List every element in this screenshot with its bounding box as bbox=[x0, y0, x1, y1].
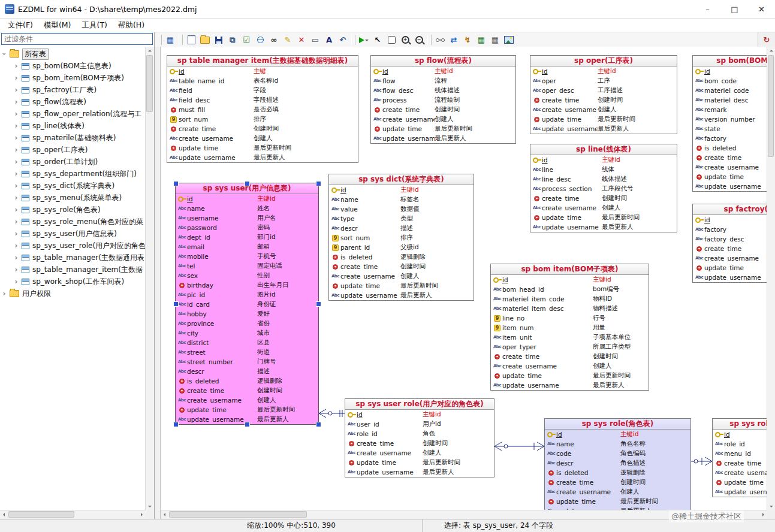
table-manager-icon[interactable]: ▦ bbox=[164, 34, 177, 46]
chevron-right-icon[interactable] bbox=[12, 122, 20, 129]
export-icon[interactable]: ⇄ bbox=[447, 34, 460, 46]
field-row-id[interactable]: id主键 bbox=[167, 66, 358, 76]
field-row-street_number[interactable]: street_number门牌号 bbox=[176, 357, 318, 367]
field-row-create_username[interactable]: create_username创建人 bbox=[530, 105, 677, 114]
field-row-materiel_item_code[interactable]: materiel_item_code物料ID bbox=[491, 294, 649, 304]
entity-sp_sys_user[interactable]: sp sys user(用户信息表)id主键idname姓名username用户… bbox=[175, 183, 319, 425]
tree-item-17[interactable]: sp_table_manager_item(主数据 bbox=[0, 264, 146, 276]
tree-item-2[interactable]: sp_factroy(工厂表) bbox=[0, 84, 146, 96]
field-row-create_time[interactable]: create_time创建时间 bbox=[176, 386, 318, 395]
entity-sp_factroy[interactable]: sp factroy(工厂表)idfactoryfactory_desccrea… bbox=[692, 204, 767, 283]
scroll-thumb[interactable] bbox=[768, 55, 774, 157]
tree-item-11[interactable]: sp_sys_menu(系统菜单表) bbox=[0, 192, 146, 204]
field-row-mobile[interactable]: mobile手机号 bbox=[176, 252, 318, 261]
field-row-create_username[interactable]: create_username创建人 bbox=[329, 271, 474, 281]
zoom-in-icon[interactable]: + bbox=[399, 34, 412, 46]
selection-handle[interactable] bbox=[173, 422, 179, 427]
field-row-role_id[interactable]: role_id角色 bbox=[345, 429, 494, 439]
frame-icon[interactable]: ▭ bbox=[309, 34, 322, 46]
field-row-create_username[interactable]: create_username bbox=[713, 468, 767, 477]
tree-horizontal-scrollbar[interactable] bbox=[0, 510, 146, 519]
field-row-update_time[interactable]: update_time最后更新时间 bbox=[491, 371, 649, 380]
tree-item-8[interactable]: sp_order(工单计划) bbox=[0, 156, 146, 168]
field-row-update_time[interactable]: update_time最后更新时间 bbox=[329, 281, 474, 291]
zoom-out-icon[interactable]: − bbox=[412, 34, 426, 46]
field-row-bom_code[interactable]: bom_code bbox=[693, 76, 767, 86]
field-row-update_username[interactable]: update_username bbox=[713, 487, 767, 497]
field-row-update_username[interactable]: update_username最后更新人 bbox=[329, 291, 474, 300]
field-row-create_username[interactable]: create_username创建人 bbox=[176, 395, 318, 405]
tree-item-0[interactable]: sp_bom(BOM主信息表) bbox=[0, 60, 146, 72]
chevron-right-icon[interactable] bbox=[12, 146, 20, 153]
field-row-menu_id[interactable]: menu_id bbox=[713, 449, 767, 458]
scroll-up-button[interactable] bbox=[146, 47, 154, 55]
entity-sp_sys_role[interactable]: sp sys role(角色表)id主键idname角色名称code角色编码de… bbox=[544, 418, 691, 510]
field-row-street[interactable]: street街道 bbox=[176, 347, 318, 357]
field-row-id[interactable]: id主键id bbox=[329, 185, 474, 195]
field-row-create_username[interactable]: create_username创建人 bbox=[530, 203, 677, 213]
new-model-icon[interactable] bbox=[185, 34, 198, 46]
chevron-right-icon[interactable] bbox=[12, 278, 20, 285]
tree-item-5[interactable]: sp_line(线体表) bbox=[0, 120, 146, 132]
menu-item-2[interactable]: 工具(T) bbox=[77, 19, 113, 32]
field-row-create_username[interactable]: create_username创建人 bbox=[167, 134, 358, 143]
field-row-create_username[interactable]: create_username创建人 bbox=[345, 448, 494, 458]
field-row-pic_id[interactable]: pic_id图片id bbox=[176, 290, 318, 300]
close-button[interactable]: ✕ bbox=[748, 0, 775, 18]
field-row-remark[interactable]: remark bbox=[693, 105, 767, 114]
field-row-dept_id[interactable]: dept_id部门id bbox=[176, 232, 318, 242]
entity-sp_line[interactable]: sp line(线体表)id主键idline线体line_desc线体描述pro… bbox=[530, 144, 677, 232]
field-row-descr[interactable]: descr描述 bbox=[176, 367, 318, 376]
chevron-right-icon[interactable] bbox=[12, 86, 20, 93]
field-row-table_name_id[interactable]: table_name_id表名称id bbox=[167, 76, 358, 86]
field-row-is_deleted[interactable]: is_deleted逻辑删除 bbox=[329, 252, 474, 262]
field-row-factory[interactable]: factory bbox=[693, 134, 767, 143]
field-row-id[interactable]: id主键id bbox=[491, 275, 649, 285]
field-row-id[interactable]: id主键id bbox=[545, 430, 690, 439]
field-row-name[interactable]: name姓名 bbox=[176, 204, 318, 213]
selection-handle[interactable] bbox=[316, 301, 321, 307]
field-row-materiel_code[interactable]: materiel_code bbox=[693, 86, 767, 95]
field-row-create_time[interactable]: create_time创建时间 bbox=[530, 194, 677, 203]
chevron-right-icon[interactable] bbox=[12, 194, 20, 201]
chevron-right-icon[interactable] bbox=[12, 62, 20, 69]
field-row-role_id[interactable]: role_id bbox=[713, 439, 767, 449]
field-row-item_num[interactable]: item_num用量 bbox=[491, 323, 649, 332]
field-row-sort_num[interactable]: sort_num排序 bbox=[167, 114, 358, 124]
field-row-id[interactable]: id bbox=[693, 66, 767, 76]
globe-icon[interactable] bbox=[254, 34, 267, 46]
field-row-update_time[interactable]: update_time bbox=[693, 263, 767, 273]
menu-item-1[interactable]: 模型(M) bbox=[38, 19, 77, 32]
field-row-is_deleted[interactable]: is_deleted逻辑删除 bbox=[176, 376, 318, 386]
field-row-field[interactable]: field字段 bbox=[167, 86, 358, 95]
entity-sp_bom[interactable]: sp bom(BOM主信息表)idbom_codemateriel_codema… bbox=[692, 55, 767, 192]
chevron-right-icon[interactable] bbox=[0, 290, 8, 297]
selection-handle[interactable] bbox=[173, 301, 179, 307]
run-icon[interactable] bbox=[357, 34, 370, 46]
scroll-up-button[interactable] bbox=[767, 47, 775, 55]
field-row-descr[interactable]: descr描述 bbox=[329, 223, 474, 233]
tree-item-14[interactable]: sp_sys_user(用户信息表) bbox=[0, 228, 146, 240]
image-export-icon[interactable] bbox=[502, 34, 515, 46]
field-row-update_username[interactable]: update_username最后更新人 bbox=[345, 467, 494, 477]
font-icon[interactable]: A bbox=[322, 34, 336, 46]
field-row-field_desc[interactable]: field_desc字段描述 bbox=[167, 95, 358, 105]
chevron-right-icon[interactable] bbox=[12, 242, 20, 249]
field-row-materiel_desc[interactable]: materiel_desc bbox=[693, 95, 767, 105]
tree-item-16[interactable]: sp_table_manager(主数据通用表 bbox=[0, 252, 146, 264]
field-row-factory_desc[interactable]: factory_desc bbox=[693, 234, 767, 244]
pointer-icon[interactable]: ↖ bbox=[371, 34, 384, 46]
panel-splitter[interactable] bbox=[155, 47, 161, 519]
field-row-email[interactable]: email邮箱 bbox=[176, 242, 318, 252]
tree-root-all-tables[interactable]: 所有表 bbox=[0, 48, 146, 60]
field-row-create_time[interactable]: create_time bbox=[693, 244, 767, 253]
add-table-icon[interactable]: ▦ bbox=[475, 34, 488, 46]
field-row-process_section[interactable]: process_section工序段代号 bbox=[530, 184, 677, 194]
tree-item-13[interactable]: sp_sys_role_menu(角色对应的菜 bbox=[0, 216, 146, 228]
field-row-tel[interactable]: tel固定电话 bbox=[176, 261, 318, 271]
chevron-right-icon[interactable] bbox=[12, 110, 20, 117]
field-row-materiel_item_desc[interactable]: materiel_item_desc物料描述 bbox=[491, 304, 649, 313]
tree-item-10[interactable]: sp_sys_dict(系统字典表) bbox=[0, 180, 146, 192]
chevron-right-icon[interactable] bbox=[12, 254, 20, 261]
scroll-down-button[interactable] bbox=[767, 503, 775, 510]
